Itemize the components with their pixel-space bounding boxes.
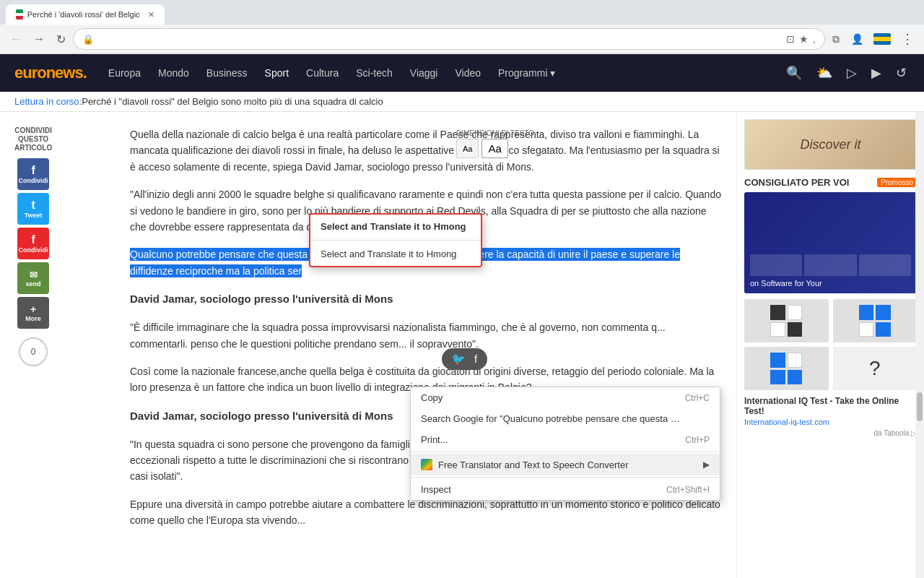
forward-button[interactable]: → [29,30,49,48]
share-email-btn[interactable]: ✉ send [17,262,49,294]
article-paragraph-4: David Jamar, sociologo presso l'universi… [130,290,722,308]
iq-test-grid: ? [744,299,917,390]
tab-close-btn[interactable]: ✕ [148,10,154,20]
share-sidebar: CONDIVIDI QUESTO ARTICOLO f Condividi t … [14,126,52,366]
cast-icon[interactable]: ⊡ [786,33,795,45]
search-icon[interactable]: 🔍 [783,62,805,84]
bookmark-icon[interactable]: ★ [799,33,808,45]
iq-cell-3 [744,347,829,390]
submenu-translate-hmong-1[interactable]: Select and Translate it to Hmong [310,215,481,238]
share-more-btn[interactable]: + More [17,297,49,329]
url-input[interactable]: it.euronews.com/2018/07/12/perche-i-diav… [98,34,782,45]
nav-link-programmi[interactable]: Programmi ▾ [491,63,562,83]
plus-icon: + [30,303,36,315]
user-icon[interactable]: 👤 [847,30,868,48]
font-size-buttons: Aa Aa [456,139,534,158]
font-size-controls: DIMENSIONI DI TESTO Aa Aa [456,129,534,158]
context-inspect[interactable]: Inspect Ctrl+Shift+I [411,479,720,500]
scrollbar[interactable] [915,112,924,578]
twitter-icon: t [31,199,35,212]
article-paragraph-1: Quella della nazionale di calcio belga è… [130,126,722,175]
logo-dot: . [83,64,87,82]
video-play-icon[interactable]: ▶ [868,62,884,84]
browser-chrome: Perché i 'diavoli rossi' del Belgio sono… [0,0,924,54]
site-navigation: euronews. Europa Mondo Business Sport Cu… [0,54,924,92]
article-paragraph-9: Eppure una diversità in campo potrebbe a… [130,496,722,529]
nav-link-business[interactable]: Business [199,63,255,83]
iq-cell-2 [833,299,918,342]
live-tv-icon[interactable]: ▷ [844,62,860,84]
nav-link-europa[interactable]: Europa [101,63,148,83]
taboola-label: da Taboola ▷ [744,429,917,437]
reading-label: Lettura in corso: [14,96,82,107]
sidebar-ad-image[interactable]: on Software for Your [744,192,917,293]
ad-grid-item [750,254,802,276]
weather-icon[interactable]: ⛅ [814,62,835,84]
iq-cell-1 [744,299,829,342]
browser-tabs: Perché i 'diavoli rossi' del Belgio sono… [0,0,924,25]
submenu-arrow: ▶ [703,460,710,470]
scrollbar-thumb[interactable] [917,392,923,421]
email-icon: ✉ [30,269,38,280]
more-icon[interactable]: , [813,33,816,45]
main-area: CONDIVIDI QUESTO ARTICOLO f Condividi t … [0,112,924,578]
flipboard-icon: f [31,233,35,246]
ad-grid [750,254,911,276]
ad-grid-item [804,254,856,276]
context-print[interactable]: Print... Ctrl+P [411,429,720,450]
nav-link-viaggi[interactable]: Viaggi [403,63,445,83]
submenu-translate-hmong-2[interactable]: Select and Translate it to Hmong [310,242,481,266]
share-facebook-btn[interactable]: f Condividi [17,158,49,190]
submenu-divider [310,240,481,241]
article-column: CONDIVIDI QUESTO ARTICOLO f Condividi t … [0,112,736,578]
share-twitter-btn[interactable]: t Tweet [17,193,49,225]
share-flipboard-btn[interactable]: f Condividi [17,228,49,259]
site-logo[interactable]: euronews. [14,64,87,82]
context-translator[interactable]: Free Translator and Text to Speech Conve… [411,454,720,475]
consigliato-title: CONSIGLIATO PER VOI [744,177,849,188]
context-divider-2 [411,477,720,478]
facebook-icon: f [31,164,35,177]
consigliato-header: CONSIGLIATO PER VOI Promosso [744,177,917,188]
nav-links: Europa Mondo Business Sport Cultura Sci-… [101,63,563,83]
flag-icon [873,33,891,45]
browser-tab[interactable]: Perché i 'diavoli rossi' del Belgio sono… [6,4,165,25]
back-button[interactable]: ← [6,30,26,48]
font-large-btn[interactable]: Aa [481,139,507,158]
reload-button[interactable]: ↻ [52,30,70,49]
translator-submenu: Select and Translate it to Hmong Select … [309,213,482,267]
iq-title[interactable]: International IQ Test - Take the Online … [744,396,917,416]
font-small-btn[interactable]: Aa [456,139,479,158]
context-divider-1 [411,452,720,452]
translator-left: Free Translator and Text to Speech Conve… [421,459,629,470]
comment-count[interactable]: 0 [19,337,48,366]
nav-link-sport[interactable]: Sport [258,63,296,83]
nav-right: 🔍 ⛅ ▷ ▶ ↺ [783,62,910,84]
iq-url: International-iq-test.com [744,418,917,426]
social-float-menu: 🐦 f [442,348,487,370]
share-label: CONDIVIDI QUESTO ARTICOLO [14,126,52,152]
iq-cell-question: ? [833,347,918,390]
context-search-google[interactable]: Search Google for "Qualcuno potrebbe pen… [411,408,720,429]
address-bar: 🔒 it.euronews.com/2018/07/12/perche-i-di… [73,28,825,50]
context-menu: Copy Ctrl+C Search Google for "Qualcuno … [410,387,720,501]
tab-favicon [16,9,23,20]
menu-button[interactable]: ⋮ [897,28,918,50]
logo-text: euronews [14,64,83,82]
promosso-badge: Promosso [877,178,917,187]
translator-icon [421,459,432,470]
nav-link-mondo[interactable]: Mondo [151,63,196,83]
nav-link-cultura[interactable]: Cultura [299,63,346,83]
secure-icon: 🔒 [82,34,94,45]
right-sidebar: Discover it CONSIGLIATO PER VOI Promosso… [736,112,924,578]
facebook-float-btn[interactable]: f [474,353,477,366]
nav-link-video[interactable]: Video [448,63,488,83]
nav-link-scitech[interactable]: Sci-tech [349,63,400,83]
twitter-float-btn[interactable]: 🐦 [452,353,466,366]
settings-icon[interactable]: ↺ [893,62,910,84]
browser-toolbar: ← → ↻ 🔒 it.euronews.com/2018/07/12/perch… [0,25,924,53]
iq-test-info: International IQ Test - Take the Online … [744,396,917,426]
reading-bar: Lettura in corso:Perché i "diavoli rossi… [0,92,924,112]
context-copy[interactable]: Copy Ctrl+C [411,387,720,408]
extensions-icon[interactable]: ⧉ [828,30,844,48]
